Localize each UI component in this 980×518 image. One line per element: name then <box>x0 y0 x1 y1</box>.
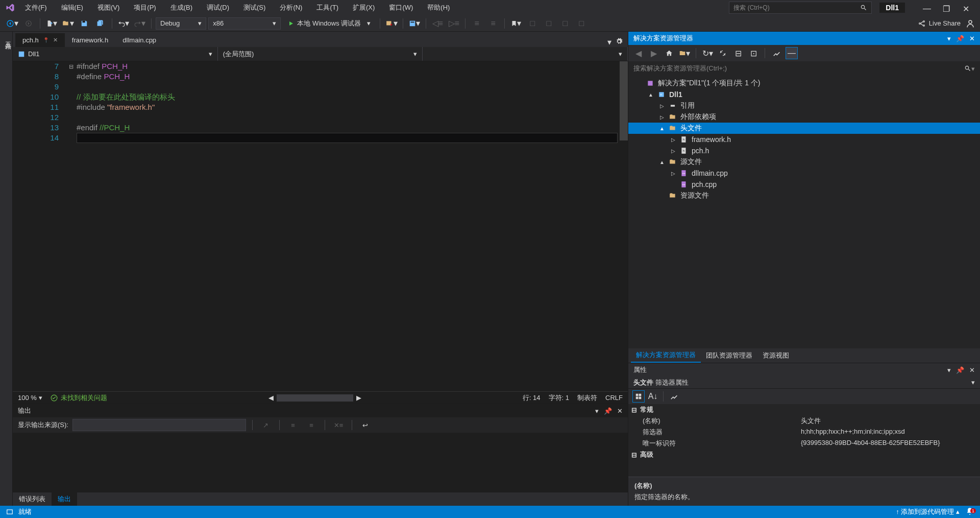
tab-gear-button[interactable] <box>616 38 623 47</box>
props-category[interactable]: ⊟常规 <box>628 404 980 415</box>
menu-item[interactable]: 编辑(E) <box>54 1 90 14</box>
output-wrap-button[interactable]: ↩ <box>358 419 373 431</box>
nav-scope-combo[interactable]: (全局范围)▾ <box>218 47 423 61</box>
minimize-button[interactable]: — <box>923 4 930 11</box>
tree-row[interactable]: ▷外部依赖项 <box>628 111 980 123</box>
undo-button[interactable]: ▾ <box>116 17 131 30</box>
se-close-button[interactable]: ✕ <box>969 35 975 42</box>
tree-row[interactable]: ▷hframework.h <box>628 134 980 145</box>
bookmark-button[interactable]: ▾ <box>509 17 523 30</box>
props-alpha-button[interactable]: A↓ <box>647 390 659 403</box>
se-home-button[interactable] <box>663 47 675 59</box>
config-combo[interactable]: Debug▾ <box>156 17 206 30</box>
output-close-button[interactable]: ✕ <box>617 407 623 415</box>
tree-row[interactable]: ▷hpch.h <box>628 145 980 156</box>
nav-forward-button[interactable] <box>21 17 36 30</box>
solution-button[interactable]: ▾ <box>407 17 422 30</box>
se-bottom-tab[interactable]: 资源视图 <box>757 349 794 362</box>
add-source-control-button[interactable]: ↑ 添加到源代码管理 ▴ <box>896 507 960 516</box>
editor-tab[interactable]: pch.h📍✕ <box>15 33 65 47</box>
tree-row[interactable]: 解决方案"Dll1"(1 个项目/共 1 个) <box>628 78 980 89</box>
se-showall-button[interactable]: ⊡ <box>747 47 760 59</box>
props-category[interactable]: ⊟高级 <box>628 449 980 460</box>
indent-more-button: ▷≡ <box>447 17 461 30</box>
se-bottom-tab[interactable]: 解决方案资源管理器 <box>631 348 701 363</box>
output-bottom-tab[interactable]: 错误列表 <box>13 492 52 506</box>
notifications-button[interactable] <box>966 507 974 517</box>
nav-project-combo[interactable]: Dll1▾ <box>13 47 218 61</box>
output-bottom-tab[interactable]: 输出 <box>52 492 77 506</box>
menu-item[interactable]: 项目(P) <box>127 1 163 14</box>
output-pin-button[interactable]: 📌 <box>604 407 612 415</box>
output-dropdown-button[interactable]: ▾ <box>595 407 599 415</box>
menu-item[interactable]: 扩展(X) <box>346 1 382 14</box>
live-share-button[interactable]: Live Share <box>918 19 961 28</box>
tree-row[interactable]: ++pch.cpp <box>628 179 980 190</box>
toolbox-tab[interactable]: 工具箱 <box>0 32 13 506</box>
issues-indicator[interactable]: 未找到相关问题 <box>51 393 107 403</box>
se-bottom-tab[interactable]: 团队资源管理器 <box>701 349 757 362</box>
nav-member-combo[interactable]: ▾ <box>423 47 628 61</box>
menu-item[interactable]: 分析(N) <box>273 1 309 14</box>
global-search-input[interactable]: 搜索 (Ctrl+Q) <box>729 2 872 14</box>
props-pin-button[interactable]: 📌 <box>956 366 964 374</box>
code-editor[interactable]: 7891011121314 ⊟ #ifndef PCH_H#define PCH… <box>13 61 628 391</box>
horizontal-scrollbar[interactable] <box>277 394 353 402</box>
se-switch-button[interactable]: ▾ <box>678 47 691 59</box>
props-dropdown-button[interactable]: ▾ <box>947 366 951 374</box>
editor-tab[interactable]: framework.h <box>65 33 116 47</box>
new-file-button[interactable]: ▾ <box>44 17 59 30</box>
save-button[interactable] <box>77 17 91 30</box>
props-row[interactable]: 筛选器h;hh;hpp;hxx;h++;hm;inl;inc;ipp;xsd <box>628 427 980 438</box>
tab-dropdown-button[interactable]: ▾ <box>607 37 611 47</box>
close-window-button[interactable]: ✕ <box>963 4 970 11</box>
se-dropdown-button[interactable]: ▾ <box>947 35 951 42</box>
save-all-button[interactable] <box>93 17 108 30</box>
menu-item[interactable]: 工具(T) <box>309 1 346 14</box>
menu-item[interactable]: 生成(B) <box>163 1 200 14</box>
platform-combo[interactable]: x86▾ <box>208 17 281 30</box>
solution-tree[interactable]: 解决方案"Dll1"(1 个项目/共 1 个)▲+Dll1▷引用▷外部依赖项▲头… <box>628 76 980 348</box>
se-collapse-button[interactable]: ⊟ <box>732 47 744 59</box>
account-icon[interactable] <box>966 19 975 28</box>
output-source-combo[interactable] <box>72 419 246 431</box>
props-pages-button[interactable] <box>668 390 680 403</box>
se-preview-button[interactable]: — <box>786 47 798 59</box>
tree-row[interactable]: 资源文件 <box>628 190 980 201</box>
scroll-left-button[interactable]: ◀ <box>268 394 274 402</box>
editor-tab[interactable]: dllmain.cpp <box>115 33 163 47</box>
maximize-button[interactable]: ❐ <box>943 4 950 11</box>
output-content[interactable] <box>13 433 628 492</box>
menu-item[interactable]: 窗口(W) <box>382 1 420 14</box>
props-row[interactable]: 唯一标识符{93995380-89BD-4b04-88EB-625FBE52EB… <box>628 438 980 449</box>
tree-row[interactable]: ▷++dllmain.cpp <box>628 168 980 179</box>
se-forward-button[interactable]: ▶ <box>648 47 660 59</box>
tree-row[interactable]: ▲头文件 <box>628 123 980 134</box>
props-categorized-button[interactable] <box>632 390 645 403</box>
se-pending-button[interactable]: ↻▾ <box>701 47 714 59</box>
menu-item[interactable]: 测试(S) <box>236 1 273 14</box>
properties-subtitle[interactable]: 头文件 筛选器属性 ▾ <box>628 376 980 389</box>
menu-item[interactable]: 视图(V) <box>90 1 127 14</box>
tree-row[interactable]: ▲+Dll1 <box>628 89 980 100</box>
se-properties-button[interactable] <box>770 47 782 59</box>
se-sync-button[interactable] <box>717 47 729 59</box>
props-close-button[interactable]: ✕ <box>969 366 975 374</box>
vertical-scrollbar[interactable] <box>620 61 628 140</box>
run-button[interactable]: 本地 Windows 调试器▾ <box>283 17 376 30</box>
tree-row[interactable]: ▷引用 <box>628 100 980 111</box>
zoom-combo[interactable]: 100 % ▾ <box>18 394 42 402</box>
nav-back-button[interactable]: ▾ <box>5 17 19 30</box>
scroll-right-button[interactable]: ▶ <box>356 394 361 402</box>
process-button[interactable]: ▾ <box>384 17 399 30</box>
tree-row[interactable]: ▲源文件 <box>628 156 980 168</box>
menu-item[interactable]: 文件(F) <box>18 1 54 14</box>
se-pin-button[interactable]: 📌 <box>956 35 964 42</box>
props-row[interactable]: (名称)头文件 <box>628 415 980 427</box>
redo-button[interactable]: ▾ <box>133 17 147 30</box>
se-search-input[interactable]: 搜索解决方案资源管理器(Ctrl+;) ▾ <box>628 61 980 76</box>
open-file-button[interactable]: ▾ <box>61 17 75 30</box>
se-back-button[interactable]: ◀ <box>632 47 645 59</box>
menu-item[interactable]: 调试(D) <box>200 1 236 14</box>
menu-item[interactable]: 帮助(H) <box>420 1 457 14</box>
